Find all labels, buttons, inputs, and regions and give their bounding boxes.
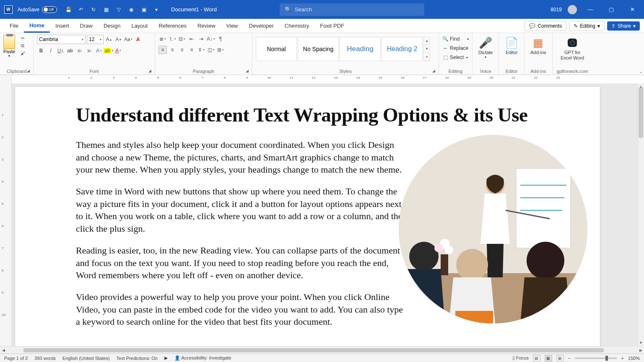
increase-indent-icon[interactable]: ⇥ (197, 35, 205, 43)
scroll-left-icon[interactable]: ◀ (0, 348, 7, 352)
collapse-ribbon-icon[interactable]: ⌄ (639, 69, 642, 74)
qat-icon-3[interactable]: ◉ (127, 6, 135, 13)
numbering-icon[interactable]: ⒈ (168, 35, 177, 43)
wrapped-image[interactable] (399, 135, 587, 323)
style-heading2[interactable]: Heading 2 (382, 37, 423, 61)
horizontal-ruler[interactable]: 1234567891011121314151617181920212223 (0, 75, 644, 83)
cut-icon[interactable]: ✂ (19, 35, 26, 41)
scroll-right-icon[interactable]: ▶ (637, 348, 644, 352)
dialog-launcher-icon[interactable]: ◢ (148, 69, 151, 73)
user-avatar[interactable] (568, 5, 577, 14)
copy-icon[interactable]: ⧉ (19, 42, 26, 49)
tab-developer[interactable]: Developer (244, 19, 279, 33)
scrollbar-thumb[interactable] (23, 348, 604, 352)
editing-mode-button[interactable]: ✎Editing▾ (569, 21, 605, 31)
multilevel-list-icon[interactable]: ⊟ (178, 35, 186, 43)
change-case-icon[interactable]: Aa (124, 35, 132, 44)
focus-mode-button[interactable]: ▯ Focus (512, 355, 529, 361)
text-effects-icon[interactable]: A (95, 47, 103, 55)
shading-icon[interactable]: ◫ (207, 46, 215, 54)
zoom-slider[interactable] (575, 357, 617, 359)
select-button[interactable]: ⬚Select▾ (442, 53, 469, 62)
align-right-icon[interactable]: ≡ (178, 46, 186, 54)
bullets-icon[interactable]: ≣ (158, 35, 167, 43)
superscript-icon[interactable]: x2 (85, 47, 93, 55)
paste-button[interactable]: Paste ▾ (3, 35, 15, 68)
dialog-launcher-icon[interactable]: ◢ (27, 69, 30, 73)
tab-chemistry[interactable]: Chemistry (279, 19, 315, 33)
zoom-in-button[interactable]: + (621, 356, 623, 361)
dictate-button[interactable]: 🎤 Dictate ▾ (477, 35, 494, 60)
close-button[interactable]: ✕ (625, 4, 640, 16)
maximize-button[interactable]: ▢ (604, 4, 619, 16)
scroll-down-icon[interactable]: ▼ (638, 339, 644, 346)
document-paragraph[interactable]: Video provides a powerful way to help yo… (76, 291, 409, 328)
undo-icon[interactable]: ↶ (77, 6, 85, 13)
zoom-slider-knob[interactable] (605, 356, 608, 361)
clear-formatting-icon[interactable]: A̷ (134, 35, 142, 44)
document-paragraph[interactable]: Themes and styles also help keep your do… (76, 139, 409, 176)
style-scroll-down-icon[interactable]: ▼ (424, 45, 430, 53)
web-layout-icon[interactable]: ▥ (556, 355, 564, 362)
style-no-spacing[interactable]: No Spacing (298, 37, 339, 61)
editor-button[interactable]: 📄 Editor (503, 35, 520, 56)
font-size-combo[interactable]: 12▾ (87, 35, 104, 44)
qat-icon-4[interactable]: ▣ (140, 6, 148, 13)
share-button[interactable]: ⇪Share▾ (607, 21, 640, 31)
qat-icon-2[interactable]: ▽ (115, 6, 122, 13)
style-gallery-more-icon[interactable]: ▾ (424, 53, 430, 61)
tab-design[interactable]: Design (98, 19, 126, 33)
style-normal[interactable]: Normal (256, 37, 297, 61)
page-indicator[interactable]: Page 1 of 2 (4, 356, 28, 361)
vertical-ruler[interactable]: 12345678910 (0, 83, 12, 346)
line-spacing-icon[interactable]: ⇕ (197, 46, 205, 54)
horizontal-scrollbar[interactable]: ◀ ▶ (0, 346, 644, 354)
qat-icon-1[interactable]: ▦ (102, 6, 110, 13)
increase-font-icon[interactable]: A▲ (105, 35, 113, 44)
gpt-button[interactable]: ⬡ GPT forExcel Word (559, 35, 586, 62)
text-predictions-indicator[interactable]: Text Predictions: On (117, 356, 158, 361)
style-heading1[interactable]: Heading (340, 37, 381, 61)
align-left-icon[interactable]: ≡ (158, 46, 167, 54)
document-heading[interactable]: Understand different Text Wrapping Optio… (76, 103, 539, 126)
tab-foxit[interactable]: Foxit PDF (314, 19, 350, 33)
tab-review[interactable]: Review (192, 19, 221, 33)
comments-button[interactable]: 💬Comments (525, 21, 566, 31)
document-paragraph[interactable]: Save time in Word with new buttons that … (76, 185, 409, 235)
font-color-icon[interactable]: A (114, 47, 122, 55)
dialog-launcher-icon[interactable]: ◢ (246, 69, 249, 73)
document-page[interactable]: Understand different Text Wrapping Optio… (15, 87, 600, 346)
justify-icon[interactable]: ≡ (187, 46, 196, 54)
language-indicator[interactable]: English (United States) (62, 356, 110, 361)
accessibility-indicator[interactable]: 👤 Accessibility: Investigate (174, 355, 231, 361)
sort-icon[interactable]: A↓ (207, 35, 215, 43)
tab-insert[interactable]: Insert (50, 19, 75, 33)
document-paragraph[interactable]: Reading is easier, too, in the new Readi… (76, 244, 409, 282)
decrease-font-icon[interactable]: A▼ (114, 35, 123, 44)
zoom-level[interactable]: 150% (628, 356, 640, 361)
strikethrough-icon[interactable]: ab (66, 47, 74, 55)
show-marks-icon[interactable]: ¶ (216, 35, 225, 43)
font-name-combo[interactable]: Cambria▾ (37, 35, 86, 44)
redo-icon[interactable]: ↻ (90, 6, 97, 13)
print-layout-icon[interactable]: ▦ (545, 355, 552, 362)
save-icon[interactable]: 💾 (65, 6, 72, 13)
addins-button[interactable]: ▦ Add-ins (529, 35, 548, 56)
bold-icon[interactable]: B (37, 47, 45, 55)
tab-draw[interactable]: Draw (75, 19, 98, 33)
highlight-icon[interactable]: ab (104, 47, 113, 55)
tab-view[interactable]: View (221, 19, 244, 33)
tab-file[interactable]: File (4, 19, 24, 33)
vertical-scrollbar[interactable]: ▲ ▼ (637, 83, 644, 346)
replace-button[interactable]: ↔Replace (442, 44, 469, 52)
tab-layout[interactable]: Layout (126, 19, 153, 33)
decrease-indent-icon[interactable]: ⇤ (187, 35, 196, 43)
word-count[interactable]: 393 words (34, 356, 56, 361)
subscript-icon[interactable]: x2 (75, 47, 84, 55)
underline-icon[interactable]: U (56, 47, 65, 55)
format-painter-icon[interactable]: 🖌 (19, 50, 26, 57)
tab-references[interactable]: References (153, 19, 192, 33)
align-center-icon[interactable]: ≡ (168, 46, 177, 54)
dialog-launcher-icon[interactable]: ◢ (432, 69, 435, 73)
italic-icon[interactable]: I (47, 47, 55, 55)
